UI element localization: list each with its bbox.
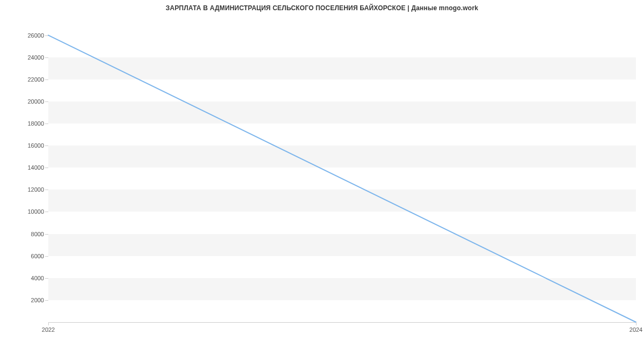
line-series [48, 24, 636, 322]
y-tick-label: 14000 [12, 164, 44, 171]
y-tick-label: 24000 [12, 54, 44, 61]
x-tick-mark [48, 322, 49, 325]
y-tick-mark [45, 234, 48, 235]
y-tick-label: 10000 [12, 208, 44, 215]
y-tick-mark [45, 101, 48, 102]
y-tick-label: 26000 [12, 32, 44, 39]
chart-container: ЗАРПЛАТА В АДМИНИСТРАЦИЯ СЕЛЬСКОГО ПОСЕЛ… [0, 0, 644, 349]
y-tick-label: 20000 [12, 98, 44, 105]
y-tick-mark [45, 190, 48, 190]
plot-area [48, 24, 636, 323]
y-tick-label: 4000 [12, 275, 44, 281]
y-tick-label: 8000 [12, 231, 44, 237]
y-tick-label: 2000 [12, 297, 44, 303]
y-tick-mark [45, 278, 48, 279]
x-tick-label: 2022 [42, 326, 55, 333]
x-tick-label: 2024 [630, 326, 642, 333]
y-tick-label: 18000 [12, 120, 44, 127]
y-tick-label: 22000 [12, 76, 44, 83]
y-tick-mark [45, 35, 48, 36]
y-tick-label: 12000 [12, 186, 44, 193]
data-line [48, 35, 636, 322]
y-tick-mark [45, 212, 48, 212]
chart-title: ЗАРПЛАТА В АДМИНИСТРАЦИЯ СЕЛЬСКОГО ПОСЕЛ… [0, 4, 644, 12]
x-tick-mark [636, 322, 636, 325]
y-tick-mark [45, 146, 48, 146]
y-tick-mark [45, 123, 48, 124]
y-tick-mark [45, 57, 48, 58]
y-tick-label: 6000 [12, 253, 44, 259]
y-tick-label: 16000 [12, 142, 44, 149]
y-tick-mark [45, 256, 48, 257]
y-tick-mark [45, 300, 48, 301]
y-tick-mark [45, 79, 48, 80]
y-tick-mark [45, 168, 48, 168]
